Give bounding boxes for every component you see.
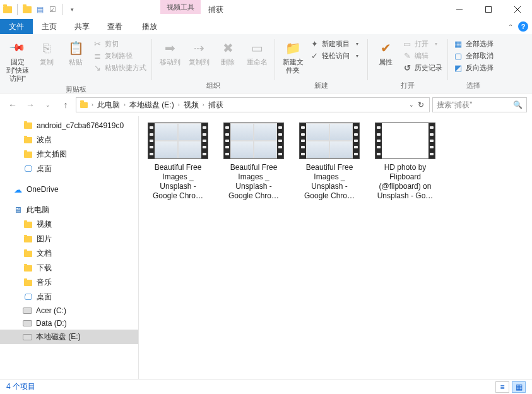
tree-onedrive[interactable]: ☁OneDrive: [0, 182, 138, 196]
move-to-label: 移动到: [160, 58, 180, 66]
tree-item[interactable]: Acer (C:): [0, 304, 138, 317]
open-button[interactable]: ▭打开▾: [401, 38, 444, 49]
group-clipboard-label: 剪贴板: [66, 85, 86, 97]
delete-label: 删除: [221, 58, 235, 66]
refresh-icon[interactable]: ↻: [418, 100, 424, 109]
search-box[interactable]: 搜索"捕获" 🔍: [432, 97, 527, 112]
forward-button[interactable]: →: [23, 97, 38, 112]
new-item-label: 新建项目: [322, 39, 350, 49]
tree-item[interactable]: 🖵桌面: [0, 162, 138, 176]
select-none-button[interactable]: ▢全部取消: [452, 50, 495, 61]
breadcrumb[interactable]: 捕获: [207, 100, 225, 110]
copy-to-button[interactable]: ⇢复制到: [185, 38, 213, 68]
details-view-button[interactable]: ≡: [495, 381, 509, 393]
tab-home-label: 主页: [42, 21, 57, 32]
tree-item[interactable]: 下载: [0, 261, 138, 275]
tab-share[interactable]: 共享: [66, 19, 98, 34]
back-button[interactable]: ←: [5, 97, 20, 112]
new-stack: ✦新建项目▾ ✓轻松访问▾: [308, 38, 364, 61]
invert-selection-button[interactable]: ◩反向选择: [452, 62, 495, 73]
move-to-button[interactable]: ➡移动到: [156, 38, 184, 68]
recent-dropdown[interactable]: ⌄: [40, 97, 56, 112]
invert-selection-label: 反向选择: [466, 63, 494, 73]
tree-item[interactable]: Data (D:): [0, 317, 138, 330]
tree-this-pc[interactable]: 🖥此电脑: [0, 203, 138, 217]
easy-access-button[interactable]: ✓轻松访问▾: [308, 50, 364, 61]
breadcrumb[interactable]: 本地磁盘 (E:): [128, 100, 175, 110]
chevron-down-icon: ▾: [431, 39, 441, 49]
qat-dropdown-icon[interactable]: ▾: [67, 4, 77, 15]
close-button[interactable]: [503, 0, 532, 19]
select-all-button[interactable]: ▦全部选择: [452, 38, 495, 49]
icons-view-button[interactable]: ▦: [512, 381, 526, 393]
paste-button[interactable]: 📋 粘贴: [62, 38, 90, 68]
properties-button[interactable]: ✔属性: [372, 38, 399, 68]
chevron-right-icon[interactable]: ›: [177, 102, 181, 108]
pin-to-quickaccess-button[interactable]: 📌 固定到"快速访问": [4, 38, 32, 85]
breadcrumb[interactable]: 此电脑: [96, 100, 121, 110]
tree-label: 此电脑: [27, 205, 49, 215]
tree-label: 波点: [37, 134, 52, 145]
pin-label: 固定到"快速访问": [5, 58, 30, 83]
edit-button[interactable]: ✎编辑: [401, 50, 444, 61]
maximize-button[interactable]: [474, 0, 503, 19]
file-item[interactable]: HD photo by Flipboard (@flipboard) on Un…: [375, 122, 435, 201]
history-button[interactable]: ↺历史记录: [401, 62, 444, 73]
copy-button[interactable]: ⎘ 复制: [33, 38, 61, 68]
copy-label: 复制: [40, 58, 54, 66]
chevron-right-icon[interactable]: ›: [201, 102, 206, 108]
tab-file[interactable]: 文件: [0, 19, 33, 34]
rename-button[interactable]: ▭重命名: [243, 38, 271, 68]
breadcrumb[interactable]: 视频: [182, 100, 200, 110]
help-icon[interactable]: ?: [518, 21, 528, 32]
up-button[interactable]: ↑: [58, 97, 73, 112]
checkmark-icon[interactable]: ☑: [47, 4, 57, 15]
chevron-down-icon: ▾: [352, 39, 362, 49]
tab-view[interactable]: 查看: [98, 19, 131, 34]
properties-icon[interactable]: ▤: [35, 4, 45, 15]
tree-item[interactable]: 文档: [0, 246, 138, 261]
tab-view-label: 查看: [107, 21, 122, 32]
delete-button[interactable]: ✖删除: [214, 38, 242, 68]
tree-item[interactable]: android_c7cba6764919c0: [0, 119, 138, 133]
new-item-button[interactable]: ✦新建项目▾: [308, 38, 364, 49]
file-name: Beautiful Free Images _ Unsplash - Googl…: [223, 163, 284, 201]
tab-play[interactable]: 播放: [133, 19, 166, 34]
thumb-content: [230, 123, 277, 158]
desktop-icon: 🖵: [23, 164, 33, 174]
copy-path-button[interactable]: ≣复制路径: [91, 50, 148, 61]
content-pane[interactable]: Beautiful Free Images _ Unsplash - Googl…: [139, 116, 532, 379]
address-bar[interactable]: › 此电脑 › 本地磁盘 (E:) › 视频 › 捕获 ⌄ ↻: [76, 97, 430, 112]
rename-label: 重命名: [247, 58, 268, 66]
tree-item[interactable]: 音乐: [0, 275, 138, 290]
search-icon[interactable]: 🔍: [513, 100, 523, 109]
file-item[interactable]: Beautiful Free Images _ Unsplash - Googl…: [148, 122, 208, 201]
group-organize-label: 组织: [206, 81, 220, 93]
file-name: Beautiful Free Images _ Unsplash - Googl…: [299, 163, 360, 201]
copy-icon: ⎘: [38, 39, 56, 57]
onedrive-icon: ☁: [13, 184, 23, 194]
tree-item[interactable]: 视频: [0, 217, 138, 232]
chevron-right-icon[interactable]: ›: [122, 102, 127, 108]
new-folder-button[interactable]: 📁新建文件夹: [279, 38, 307, 76]
cut-button[interactable]: ✂剪切: [91, 38, 148, 49]
crumb-label: 此电脑: [97, 100, 120, 110]
minimize-button[interactable]: [445, 0, 474, 19]
tree-item[interactable]: 图片: [0, 232, 138, 246]
chevron-right-icon[interactable]: ›: [90, 102, 95, 108]
group-select-label: 选择: [466, 81, 480, 93]
file-item[interactable]: Beautiful Free Images _ Unsplash - Googl…: [299, 122, 360, 201]
window-controls: [445, 0, 532, 19]
tree-item[interactable]: 波点: [0, 133, 138, 147]
tree-item[interactable]: 推文插图: [0, 147, 138, 162]
tab-home[interactable]: 主页: [33, 19, 66, 34]
minimize-ribbon-icon[interactable]: ⌃: [508, 23, 513, 30]
address-dropdown-icon[interactable]: ⌄: [409, 102, 414, 108]
tree-item[interactable]: 本地磁盘 (E:): [0, 330, 138, 344]
file-item[interactable]: Beautiful Free Images _ Unsplash - Googl…: [223, 122, 284, 201]
paste-shortcut-button[interactable]: ↘粘贴快捷方式: [91, 62, 148, 73]
view-switcher: ≡ ▦: [495, 381, 526, 393]
tree-item[interactable]: 🖵桌面: [0, 290, 138, 304]
navigation-pane[interactable]: android_c7cba6764919c0波点推文插图🖵桌面 ☁OneDriv…: [0, 116, 139, 379]
library-icon: [23, 220, 33, 230]
